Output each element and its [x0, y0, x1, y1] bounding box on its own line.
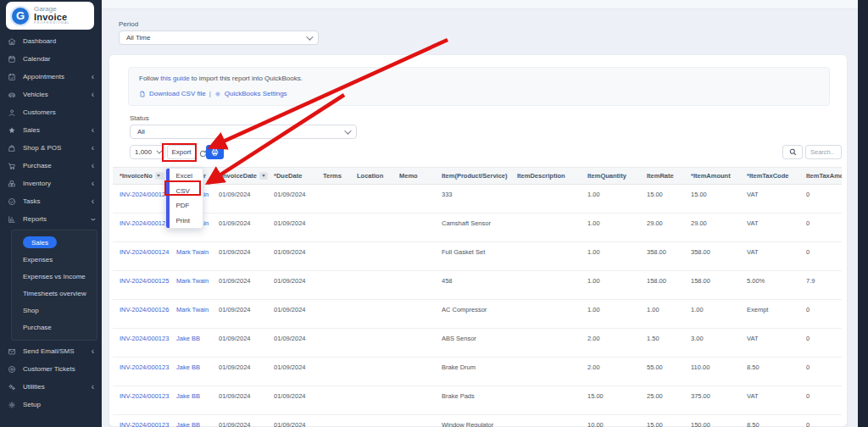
- column-header-terms[interactable]: Terms: [323, 168, 357, 185]
- invoice-link[interactable]: INV-2024/000124: [120, 191, 169, 198]
- cell-itemtaxamount: 0: [806, 329, 842, 358]
- sidebar-item-tasks[interactable]: Tasks‹: [0, 192, 102, 210]
- cell-invoicedate: 01/09/2024: [219, 329, 274, 358]
- submenu-item-label: Purchase: [23, 324, 52, 331]
- sidebar-item-sales[interactable]: Sales‹: [0, 121, 102, 139]
- invoice-link[interactable]: INV-2024/000126: [120, 306, 169, 313]
- car-icon: [8, 91, 16, 99]
- gear-icon: [8, 401, 16, 409]
- column-header-itemdescription[interactable]: ItemDescription: [517, 168, 587, 185]
- invoice-link[interactable]: INV-2024/000123: [120, 363, 169, 371]
- period-select[interactable]: All Time: [119, 30, 319, 45]
- export-menu-item-pdf[interactable]: PDF: [170, 198, 203, 214]
- sidebar-item-vehicles[interactable]: Vehicles‹: [0, 86, 102, 103]
- invoice-link[interactable]: INV-2024/000123: [120, 421, 169, 427]
- cell-invoicedate: 01/09/2024: [219, 242, 274, 271]
- sidebar-item-shop-pos[interactable]: Shop & POS‹: [0, 139, 102, 157]
- page-size-select[interactable]: 1,000: [130, 145, 165, 159]
- customer-cell: Jake BB: [176, 415, 219, 427]
- sidebar-item-send-email-sms[interactable]: Send Email/SMS‹: [0, 342, 102, 360]
- sidebar-item-customers[interactable]: Customers: [0, 103, 102, 121]
- status-select[interactable]: All: [130, 125, 357, 139]
- sidebar-item-setup[interactable]: Setup: [0, 396, 102, 413]
- column-header-itemtaxcode[interactable]: *ItemTaxCode: [747, 168, 806, 185]
- column-header-item-product-service[interactable]: Item(Product/Service): [442, 168, 517, 185]
- envelope-icon: [8, 347, 16, 356]
- invoice-table: *InvoiceNoCustomer*InvoiceDate*DueDateTe…: [113, 167, 845, 427]
- table-row: INV-2024/000123Jake BB01/09/202401/09/20…: [113, 415, 842, 427]
- quickbooks-settings-link[interactable]: QuickBooks Settings: [225, 90, 287, 97]
- column-header-memo[interactable]: Memo: [399, 168, 442, 185]
- submenu-item-shop[interactable]: Shop: [12, 302, 97, 319]
- column-header-duedate[interactable]: *DueDate: [274, 168, 323, 185]
- notice-text-suffix: to import this report into QuickBooks.: [190, 75, 303, 82]
- column-header-location[interactable]: Location: [357, 168, 399, 185]
- sidebar-item-purchase[interactable]: Purchase‹: [0, 157, 102, 175]
- export-menu-item-csv[interactable]: CSV: [170, 184, 203, 199]
- sort-chevron-icon[interactable]: [259, 172, 268, 180]
- cell-location: [357, 386, 399, 415]
- column-header-itemamount[interactable]: *ItemAmount: [691, 168, 747, 185]
- export-button[interactable]: Export: [167, 145, 196, 159]
- print-button[interactable]: [206, 145, 224, 159]
- customer-link[interactable]: Jake BB: [176, 335, 200, 342]
- cell-itemdescription: [517, 329, 587, 358]
- cell-duedate: 01/09/2024: [274, 242, 323, 271]
- sidebar-item-utilities[interactable]: Utilities‹: [0, 378, 102, 396]
- sort-chevron-icon[interactable]: [155, 172, 164, 180]
- sidebar-item-inventory[interactable]: Inventory‹: [0, 175, 102, 192]
- sidebar-item-dashboard[interactable]: Dashboard: [0, 32, 102, 50]
- cell-itemrate: 1.00: [647, 300, 691, 329]
- submenu-item-expenses[interactable]: Expenses: [12, 251, 97, 268]
- cell-memo: [399, 214, 442, 242]
- sidebar-nav: DashboardCalendarAppointments‹Vehicles‹C…: [0, 32, 102, 413]
- topbar: [102, 0, 858, 9]
- brand-logo[interactable]: G Garage Invoice PROFESSIONAL: [6, 2, 94, 30]
- invoice-link[interactable]: INV-2024/000123: [120, 392, 169, 400]
- invoice-link[interactable]: INV-2024/000125: [120, 277, 169, 285]
- submenu-item-expenses-vs-income[interactable]: Expenses vs Income: [12, 268, 97, 285]
- calendar-icon: [8, 55, 16, 64]
- invoice-link[interactable]: INV-2024/000123: [120, 335, 169, 342]
- submenu-item-sales[interactable]: Sales: [12, 234, 97, 251]
- cell-location: [357, 242, 399, 271]
- cell-itemdescription: [517, 214, 587, 242]
- table-row: INV-2024/000124Mark Twain01/09/202401/09…: [113, 242, 842, 271]
- invoice-link[interactable]: INV-2024/000124: [120, 248, 169, 256]
- submenu-item-timesheets-overview[interactable]: Timesheets overview: [12, 285, 97, 302]
- cell-itemtaxcode: 8.50: [747, 415, 806, 427]
- export-menu-item-excel[interactable]: Excel: [170, 169, 203, 184]
- column-header-invoicedate[interactable]: *InvoiceDate: [219, 168, 274, 185]
- customer-link[interactable]: Mark Twain: [176, 277, 209, 285]
- cell-itemquantity: 1.00: [587, 242, 647, 271]
- search-button[interactable]: [782, 145, 803, 159]
- cell-itemquantity: 2.00: [587, 329, 647, 358]
- export-menu: ExcelCSVPDFPrint: [165, 168, 203, 229]
- search-input[interactable]: [805, 145, 842, 159]
- export-menu-item-print[interactable]: Print: [170, 214, 203, 229]
- customer-link[interactable]: Jake BB: [176, 421, 200, 427]
- customer-cell: Mark Twain: [176, 242, 219, 271]
- customer-link[interactable]: Jake BB: [176, 392, 200, 400]
- chevron-left-icon: ‹: [92, 197, 94, 206]
- sidebar-item-calendar[interactable]: Calendar: [0, 50, 102, 68]
- column-header-itemtaxamount[interactable]: ItemTaxAmount: [806, 168, 842, 185]
- customer-link[interactable]: Jake BB: [176, 363, 200, 371]
- download-csv-link[interactable]: Download CSV file: [149, 90, 206, 97]
- cell-itemamount: 375.00: [691, 386, 747, 415]
- sidebar-item-label: Appointments: [23, 73, 92, 80]
- cell-location: [357, 214, 399, 242]
- chevron-left-icon: ‹: [92, 126, 94, 135]
- sidebar-item-reports[interactable]: Reports‹: [0, 210, 102, 228]
- invoice-link[interactable]: INV-2024/000124: [120, 219, 169, 227]
- column-header-itemrate[interactable]: ItemRate: [647, 168, 691, 185]
- sidebar-item-appointments[interactable]: Appointments‹: [0, 68, 102, 86]
- column-header-itemquantity[interactable]: ItemQuantity: [587, 168, 647, 185]
- customer-link[interactable]: Mark Twain: [176, 306, 209, 313]
- page-scrollbar[interactable]: [858, 0, 868, 427]
- sidebar-item-customer-tickets[interactable]: Customer Tickets: [0, 360, 102, 378]
- this-guide-link[interactable]: this guide: [160, 75, 189, 82]
- submenu-item-purchase[interactable]: Purchase: [12, 319, 97, 336]
- customer-link[interactable]: Mark Twain: [176, 248, 209, 256]
- cell-itemtaxcode: VAT: [747, 242, 806, 271]
